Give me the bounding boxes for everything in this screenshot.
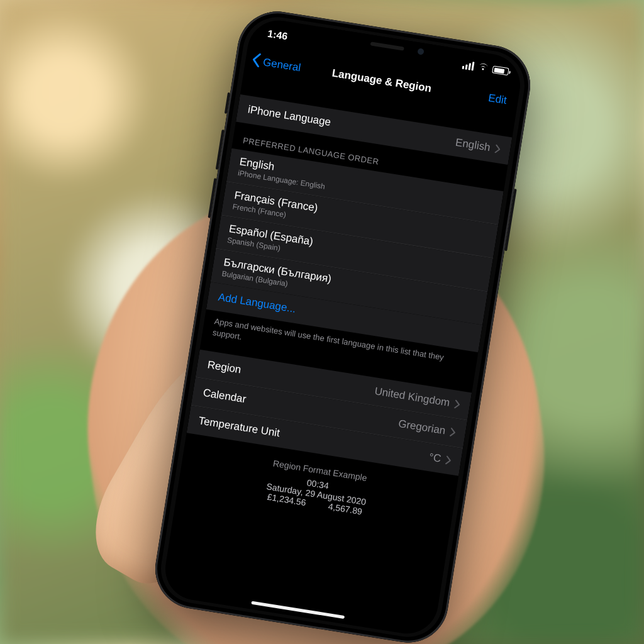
region-value: United Kingdom (374, 385, 451, 409)
chevron-right-icon (454, 400, 460, 409)
chevron-right-icon (445, 455, 452, 465)
battery-icon (492, 65, 509, 75)
chevron-right-icon (494, 145, 501, 154)
chevron-right-icon (450, 428, 456, 437)
calendar-value: Gregorian (397, 418, 447, 438)
add-language-label: Add Language... (218, 291, 297, 315)
edit-label: Edit (487, 92, 508, 107)
edit-button[interactable]: Edit (486, 84, 509, 114)
wifi-icon (477, 62, 490, 75)
back-label: General (262, 56, 302, 74)
status-time: 1:46 (267, 28, 288, 43)
iphone-language-value: English (455, 136, 491, 154)
cellular-signal-icon (462, 60, 475, 71)
temperature-value: °C (428, 451, 442, 465)
